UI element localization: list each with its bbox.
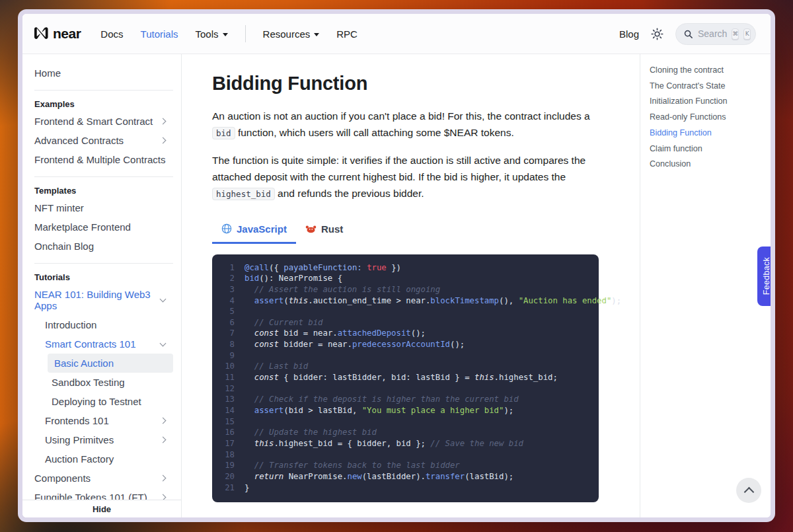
sidebar-item-near-101-building-web3-apps[interactable]: NEAR 101: Building Web3 Apps [34,285,173,315]
code-block[interactable]: 1@call({ payableFunction: true })2bid():… [212,254,599,503]
caret-down-icon [223,33,228,36]
tab-rust[interactable]: Rust [296,219,352,244]
code-text: const { bidder: lastBidder, bid: lastBid… [245,372,558,383]
sidebar-item-label: Using Primitves [45,434,161,445]
sidebar-item-frontends-101[interactable]: Frontends 101 [45,411,173,430]
sidebar-item-label: Smart Contracts 101 [45,338,161,350]
chevron-up-icon [743,487,754,498]
theme-toggle-sun-icon[interactable] [651,28,663,40]
code-line: 4 assert(this.auction_end_time > near.bl… [219,295,589,307]
github-example-link[interactable]: See full example on GitHub [351,515,459,517]
sidebar-item-sandbox-testing[interactable]: Sandbox Testing [52,373,173,392]
sidebar-category-templates: Templates [34,186,173,196]
cmd-key-chip: ⌘ [732,28,739,40]
feedback-button[interactable]: Feedback [757,247,771,306]
line-number: 5 [219,306,235,317]
sidebar-item-onchain-blog[interactable]: Onchain Blog [34,237,173,256]
code-line: 11 const { bidder: lastBidder, bid: last… [219,372,589,383]
toc-item-claim-function[interactable]: Claim function [650,145,764,153]
line-number: 21 [219,482,235,494]
line-number: 13 [219,394,235,405]
scroll-to-top-button[interactable] [736,478,761,503]
near-logo-icon [34,26,50,41]
sidebar-divider [34,90,173,91]
line-number: 8 [219,339,235,350]
sidebar-item-label: Onchain Blog [34,241,168,252]
chevron-down-icon [160,340,167,346]
code-language-tabs: JavaScriptRust [212,219,604,244]
sidebar-item-smart-contracts-101[interactable]: Smart Contracts 101 [45,334,173,354]
line-number: 10 [219,361,235,372]
toc-item-cloning-the-contract[interactable]: Cloning the contract [650,66,764,75]
near-logo[interactable]: near [34,26,81,42]
nav-link-resources[interactable]: Resources [263,28,320,40]
chevron-right-icon [160,437,167,443]
sidebar-item-marketplace-frontend[interactable]: Marketplace Frontend [34,217,173,237]
sidebar-divider [34,263,173,264]
sidebar-item-deploying-to-testnet[interactable]: Deploying to Testnet [52,392,173,411]
code-text: return NearPromise.new(lastBidder).trans… [245,471,513,482]
toc-item-the-contract-s-state[interactable]: The Contract's State [650,82,764,91]
nav-link-tutorials[interactable]: Tutorials [141,28,178,40]
sidebar-item-label: NFT minter [34,202,168,213]
browser-window: near DocsTutorialsToolsResourcesRPC Blog [18,9,775,522]
tab-label: Rust [321,223,343,235]
inline-code: bid [212,127,235,139]
sidebar-item-frontend-smart-contract[interactable]: Frontend & Smart Contract [34,112,173,131]
search-input[interactable]: Search ⌘ K [675,23,756,45]
sidebar-item-advanced-contracts[interactable]: Advanced Contracts [34,131,173,150]
code-line: 5 [219,306,589,317]
sidebar-item-label: NEAR 101: Building Web3 Apps [34,289,161,311]
near-logo-word: near [53,26,81,42]
code-line: 12 [219,383,589,395]
sidebar-item-auction-factory[interactable]: Auction Factory [45,449,173,469]
paragraph: The function is quite simple: it verifie… [212,152,604,202]
line-number: 15 [219,416,235,428]
paragraph: An auction is not an auction if you can'… [212,108,604,141]
navbar-links: DocsTutorialsToolsResourcesRPC [100,25,358,42]
sidebar-item-nft-minter[interactable]: NFT minter [34,198,173,217]
line-number: 1 [219,262,235,274]
sidebar-item-label: Home [34,67,168,79]
sidebar-category-examples: Examples [34,99,173,109]
sidebar-item-components[interactable]: Components [34,469,173,488]
sidebar-item-using-primitves[interactable]: Using Primitves [45,430,173,449]
code-text [245,306,249,317]
toc-item-conclusion[interactable]: Conclusion [650,160,764,169]
line-number: 16 [219,427,235,438]
nav-blog-link[interactable]: Blog [619,28,639,40]
line-number: 3 [219,284,235,295]
code-line: 9 [219,350,589,361]
sidebar-item-label: Introduction [45,319,168,330]
code-text: // Last bid [245,361,308,372]
nav-link-docs[interactable]: Docs [100,28,123,40]
line-number: 4 [219,295,235,307]
sidebar-hide-button[interactable]: Hide [22,500,181,517]
sidebar-item-home[interactable]: Home [34,63,173,83]
toc-item-bidding-function[interactable]: Bidding Function [650,129,764,137]
code-text [245,350,249,361]
sidebar-item-introduction[interactable]: Introduction [45,315,173,334]
left-sidebar: HomeExamplesFrontend & Smart ContractAdv… [22,54,182,517]
line-number: 14 [219,405,235,416]
search-placeholder: Search [698,28,727,39]
toc-item-read-only-functions[interactable]: Read-only Functions [650,113,764,122]
nav-link-rpc[interactable]: RPC [336,28,358,40]
table-of-contents: Cloning the contractThe Contract's State… [640,54,771,517]
search-icon [683,29,693,39]
code-line: 8 const bidder = near.predecessorAccount… [219,339,589,350]
sidebar-item-frontend-multiple-contracts[interactable]: Frontend & Multiple Contracts [34,150,173,169]
toc-item-initialization-function[interactable]: Initialization Function [650,97,764,106]
sidebar-item-label: Frontend & Smart Contract [34,116,161,127]
nav-link-tools[interactable]: Tools [196,28,228,40]
code-text: bid(): NearPromise { [245,273,342,284]
tab-label: JavaScript [237,223,287,235]
tab-javascript[interactable]: JavaScript [212,219,296,244]
line-number: 12 [219,383,235,395]
line-number: 7 [219,328,235,339]
sidebar-item-label: Frontends 101 [45,415,161,426]
sidebar-item-basic-auction[interactable]: Basic Auction [48,354,173,373]
navbar-divider [245,25,246,42]
code-text: const bid = near.attachedDeposit(); [245,328,426,339]
code-line: 16 // Update the highest bid [219,427,589,438]
